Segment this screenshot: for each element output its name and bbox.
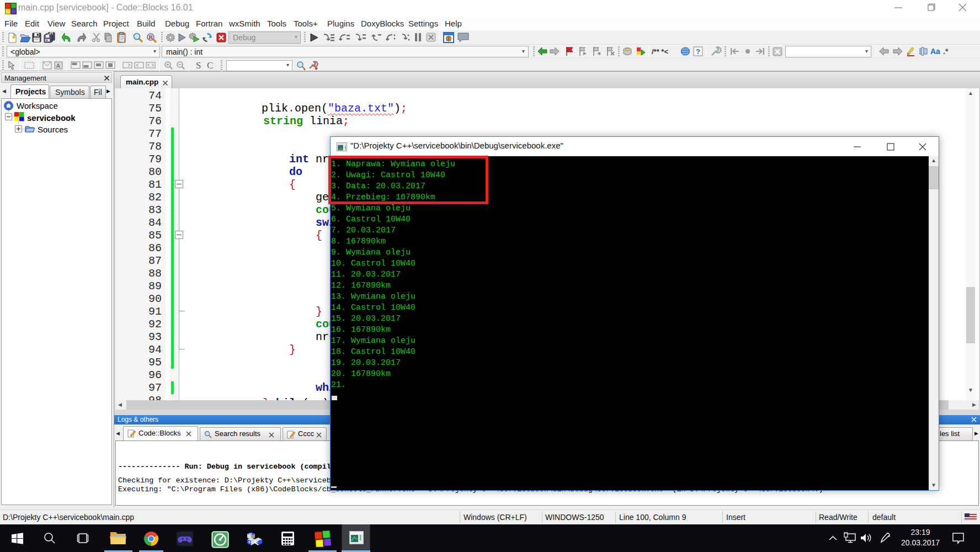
svg-text:S: S [248,540,251,544]
svg-text:C: C [257,541,259,544]
svg-text:A: A [56,63,60,69]
svg-text:M: M [249,533,252,536]
svg-text:?: ? [696,47,700,56]
svg-text:R: R [149,34,154,40]
